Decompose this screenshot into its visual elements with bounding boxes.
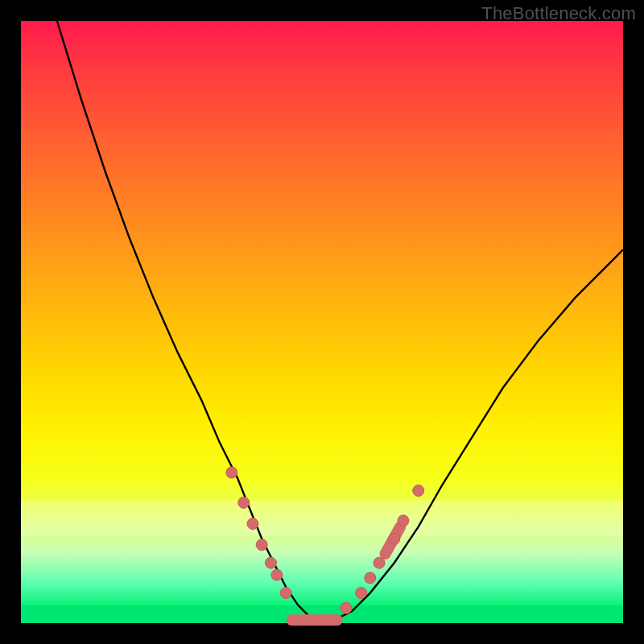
curve-marker [238, 497, 250, 508]
chart-frame: TheBottleneck.com [0, 0, 644, 644]
curve-marker [356, 588, 367, 599]
curve-marker [265, 557, 276, 568]
curve-marker [374, 557, 385, 568]
curve-marker [280, 588, 291, 599]
curve-marker [256, 539, 267, 551]
curve-marker [365, 572, 376, 584]
curve-marker [341, 602, 352, 613]
bottleneck-curve [57, 21, 623, 623]
curve-markers [226, 467, 424, 613]
watermark-text: TheBottleneck.com [481, 3, 636, 24]
curve-marker [389, 533, 400, 544]
curve-marker [398, 515, 409, 526]
curve-marker [271, 569, 283, 580]
curve-marker [413, 485, 424, 496]
curve-marker [247, 518, 258, 530]
curve-marker [226, 467, 237, 478]
plot-area [21, 21, 623, 623]
chart-svg [21, 21, 623, 623]
